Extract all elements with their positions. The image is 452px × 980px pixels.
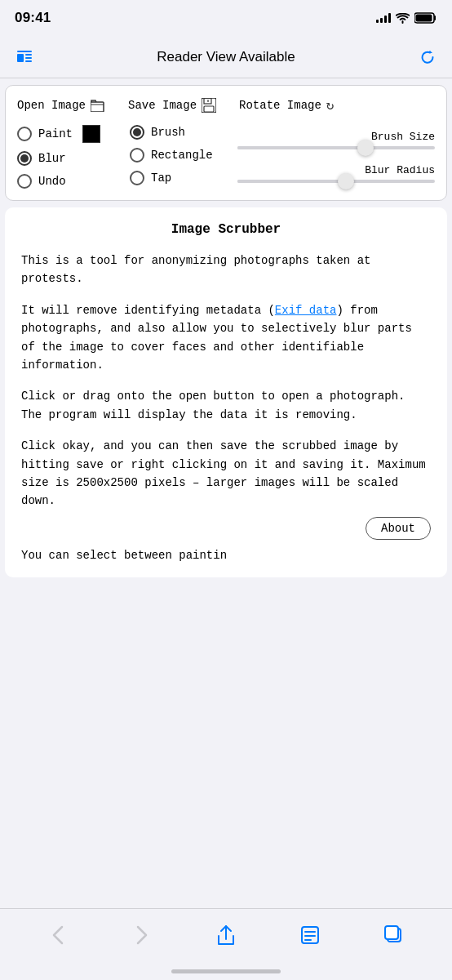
paint-radio[interactable]	[17, 127, 32, 141]
blur-radius-label: Blur Radius	[237, 164, 435, 176]
svg-rect-4	[25, 54, 32, 56]
brush-size-track[interactable]	[237, 146, 435, 149]
share-icon	[217, 924, 235, 946]
svg-rect-2	[17, 51, 32, 52]
rectangle-radio-row[interactable]: Rectangle	[130, 148, 213, 163]
sliders-area: Brush Size Blur Radius	[237, 125, 435, 189]
brush-size-thumb[interactable]	[357, 140, 374, 156]
status-icons	[376, 12, 437, 24]
brush-size-slider-row: Brush Size	[237, 131, 435, 149]
right-radio-group: Brush Rectangle Tap	[130, 125, 213, 189]
home-indicator	[171, 969, 281, 973]
main-content-area: Image Scrubber This is a tool for anonym…	[5, 207, 447, 577]
blur-label: Blur	[38, 152, 66, 165]
paint-radio-row[interactable]: Paint	[17, 125, 100, 143]
browser-bar: Reader View Available	[0, 36, 452, 78]
save-icon	[202, 98, 216, 113]
open-icon	[91, 99, 105, 112]
bookmarks-icon	[300, 925, 320, 945]
svg-rect-3	[17, 54, 24, 62]
brush-radio-row[interactable]: Brush	[130, 125, 213, 140]
save-image-button[interactable]: Save Image	[128, 98, 216, 113]
svg-rect-6	[25, 60, 32, 62]
rectangle-radio[interactable]	[130, 148, 144, 163]
left-radio-group: Paint Blur Undo	[17, 125, 100, 189]
wifi-icon	[396, 13, 410, 24]
paragraph-4: Click okay, and you can then save the sc…	[21, 437, 431, 510]
rotate-image-button[interactable]: Rotate Image ↻	[239, 97, 334, 114]
brush-label: Brush	[151, 126, 185, 139]
save-image-label: Save Image	[128, 99, 197, 112]
share-button[interactable]	[208, 917, 244, 953]
tabs-button[interactable]	[376, 917, 412, 953]
svg-rect-8	[91, 102, 104, 112]
about-button[interactable]: About	[366, 517, 431, 540]
tap-radio[interactable]	[130, 171, 144, 185]
paint-color-swatch[interactable]	[82, 125, 100, 143]
status-bar: 09:41	[0, 0, 452, 36]
brush-size-label: Brush Size	[237, 131, 435, 143]
paragraph-3: Click or drag onto the open button to op…	[21, 387, 431, 424]
reader-view-icon[interactable]	[11, 44, 38, 70]
open-image-label: Open Image	[17, 99, 86, 112]
rectangle-label: Rectangle	[151, 149, 213, 162]
tabs-icon	[384, 925, 404, 945]
battery-icon	[414, 12, 437, 24]
svg-rect-1	[416, 15, 432, 22]
page-title: Image Scrubber	[21, 222, 431, 237]
paragraph-2: It will remove identifying metadata (Exi…	[21, 301, 431, 375]
bookmarks-button[interactable]	[292, 917, 328, 953]
tap-radio-row[interactable]: Tap	[130, 171, 213, 185]
rotate-icon: ↻	[326, 97, 335, 114]
open-image-button[interactable]: Open Image	[17, 99, 105, 112]
exif-data-link[interactable]: Exif data	[275, 304, 337, 317]
cutoff-text-line: You can select between paintin	[21, 546, 431, 564]
address-bar-title[interactable]: Reader View Available	[38, 49, 414, 65]
app-controls-panel: Open Image Save Image Rotate Image ↻	[5, 85, 447, 201]
paragraph-1: This is a tool for anonymizing photograp…	[21, 252, 431, 288]
undo-radio-row[interactable]: Undo	[17, 174, 100, 189]
signal-icon	[376, 13, 391, 23]
blur-radius-thumb[interactable]	[338, 173, 354, 189]
blur-radio-row[interactable]: Blur	[17, 151, 100, 166]
brush-radio[interactable]	[130, 125, 144, 140]
controls-area: Paint Blur Undo Brush Rectangle	[17, 125, 435, 189]
svg-rect-5	[25, 57, 32, 59]
undo-radio[interactable]	[17, 174, 32, 189]
blur-radius-slider-row: Blur Radius	[237, 164, 435, 183]
paint-label: Paint	[38, 127, 73, 140]
forward-button[interactable]	[124, 917, 160, 953]
svg-rect-11	[204, 106, 214, 112]
about-btn-container: About	[21, 517, 431, 540]
toolbar: Open Image Save Image Rotate Image ↻	[17, 97, 435, 114]
tap-label: Tap	[151, 172, 171, 185]
refresh-button[interactable]	[414, 44, 441, 70]
blur-radius-track[interactable]	[237, 180, 435, 183]
svg-rect-15	[385, 926, 398, 939]
back-button[interactable]	[40, 917, 76, 953]
status-time: 09:41	[15, 10, 51, 26]
blur-radio[interactable]	[17, 151, 32, 166]
undo-label: Undo	[38, 175, 66, 188]
rotate-image-label: Rotate Image	[239, 99, 321, 112]
